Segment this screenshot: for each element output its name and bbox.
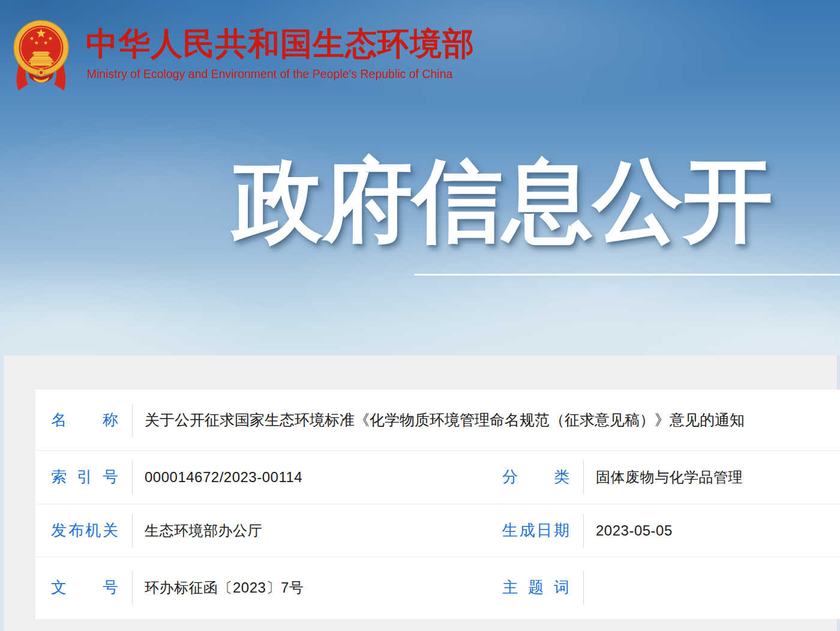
vertical-divider [583,514,584,548]
cell-date: 生成日期 2023-05-05 [482,504,840,557]
vertical-divider [583,460,584,494]
row-issuer-date: 发布机关 生态环境部办公厅 生成日期 2023-05-05 [35,504,840,557]
site-header: 中华人民共和国生态环境部 Ministry of Ecology and Env… [0,0,840,108]
content-section: 名称 关于公开征求国家生态环境标准《化学物质环境管理命名规范（征求意见稿）》意见… [0,355,840,631]
date-label: 生成日期 [502,521,569,540]
cell-index: 索引号 000014672/2023-00114 [35,451,482,504]
row-name: 名称 关于公开征求国家生态环境标准《化学物质环境管理命名规范（征求意见稿）》意见… [35,390,840,451]
cell-keywords: 主题词 [482,557,840,618]
cell-category: 分类 固体废物与化学品管理 [482,451,840,504]
cell-name: 名称 关于公开征求国家生态环境标准《化学物质环境管理命名规范（征求意见稿）》意见… [35,390,840,450]
issuer-value: 生态环境部办公厅 [145,521,262,540]
row-docnum-keywords: 文号 环办标征函〔2023〕7号 主题词 [35,557,840,618]
keywords-label: 主题词 [502,578,569,597]
category-label: 分类 [502,468,569,486]
vertical-divider [132,460,133,494]
name-value: 关于公开征求国家生态环境标准《化学物质环境管理命名规范（征求意见稿）》意见的通知 [145,410,745,430]
ministry-title-en: Ministry of Ecology and Environment of t… [87,67,453,81]
hero-banner: 中华人民共和国生态环境部 Ministry of Ecology and Env… [0,0,840,355]
issuer-label: 发布机关 [51,521,118,540]
page-title-gov-info-disclosure: 政府信息公开 [233,151,773,250]
vertical-divider [132,403,133,437]
docnum-value: 环办标征函〔2023〕7号 [145,578,304,597]
hero-underline [414,274,840,276]
row-index-category: 索引号 000014672/2023-00114 分类 固体废物与化学品管理 [35,451,840,504]
index-label: 索引号 [51,468,118,486]
left-edge-strip [0,355,4,631]
document-info-card: 名称 关于公开征求国家生态环境标准《化学物质环境管理命名规范（征求意见稿）》意见… [35,390,840,619]
date-value: 2023-05-05 [596,522,673,539]
cell-docnum: 文号 环办标征函〔2023〕7号 [35,557,482,618]
vertical-divider [583,571,584,605]
ministry-title-zh: 中华人民共和国生态环境部 [86,23,475,66]
china-national-emblem-icon [10,17,72,95]
category-value: 固体废物与化学品管理 [596,468,743,487]
vertical-divider [132,514,133,548]
vertical-divider [132,571,133,605]
name-label: 名称 [51,411,118,429]
index-value: 000014672/2023-00114 [145,469,302,486]
docnum-label: 文号 [51,578,118,597]
cell-issuer: 发布机关 生态环境部办公厅 [35,504,482,557]
